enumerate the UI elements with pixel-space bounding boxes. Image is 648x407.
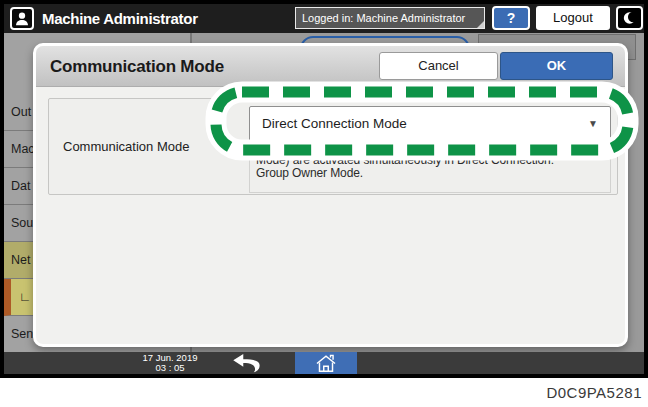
energy-saver-button[interactable] [616,6,643,30]
help-button[interactable]: ? [492,6,530,30]
back-button[interactable] [214,352,278,374]
logout-button[interactable]: Logout [536,6,610,30]
bottom-bar: 17 Jun. 2019 03 : 05 [4,352,644,374]
logged-in-label: Logged in: Machine Administrator [302,12,465,24]
communication-mode-row: Communication Mode Direct Connection Mod… [48,98,618,195]
field-description: Mode) are activated simultaneously in Di… [249,145,611,193]
time-label: 03 : 05 [120,363,220,373]
dialog-title: Communication Mode [50,46,224,87]
login-user-title: Machine Administrator [42,4,198,33]
logged-in-status[interactable]: Logged in: Machine Administrator [295,7,485,29]
touch-screen: ⚙ ⚙ System Settings Out Mac Dat Sou Net … [4,4,644,374]
corner-fold-icon [477,21,484,28]
date-time-display: 17 Jun. 2019 03 : 05 [120,353,220,373]
home-icon [315,354,337,373]
dropdown-selected-value: Direct Connection Mode [262,107,407,141]
field-label: Communication Mode [63,99,189,194]
communication-mode-dialog: Communication Mode Cancel OK Communicati… [33,43,628,347]
dialog-header: Communication Mode Cancel OK [36,46,625,87]
dropdown-arrow-icon: ▼ [588,107,598,141]
figure-caption: D0C9PA5281 [546,384,642,401]
cancel-button[interactable]: Cancel [379,52,498,80]
ok-button[interactable]: OK [500,52,613,80]
crescent-moon-icon [622,10,638,26]
top-bar: Machine Administrator Logged in: Machine… [4,4,644,33]
back-arrow-icon [231,353,261,373]
description-line: Group Owner Mode. [256,167,610,180]
communication-mode-dropdown[interactable]: Direct Connection Mode ▼ [249,106,611,142]
home-button[interactable] [295,352,357,374]
user-icon[interactable] [10,7,34,30]
